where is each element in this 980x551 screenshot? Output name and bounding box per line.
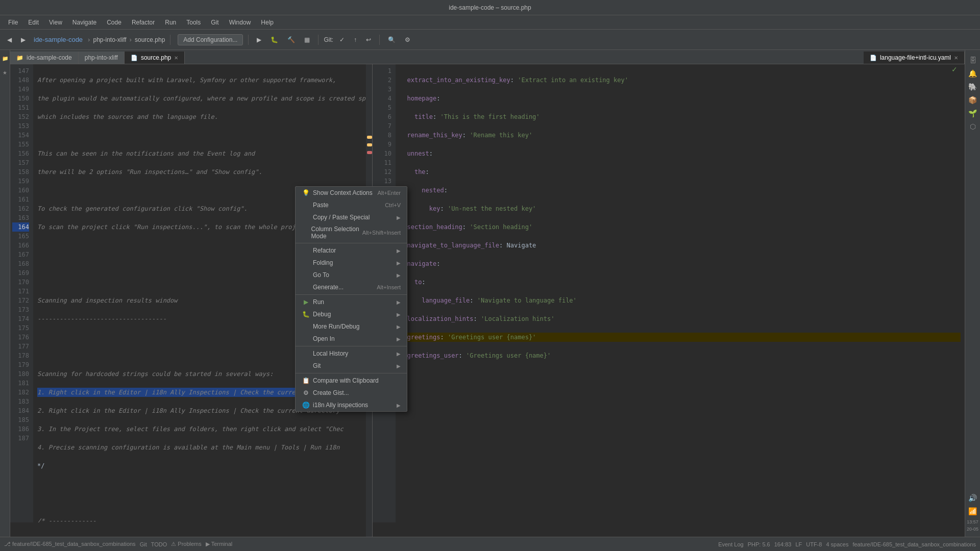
breadcrumb-sourcephp[interactable]: source.php [135,36,165,43]
coverage-btn[interactable]: ▦ [301,35,313,44]
encoding[interactable]: UTF-8 [806,541,822,547]
project-tool-icon[interactable]: 📁 [0,52,11,64]
indentation[interactable]: 4 spaces [826,541,848,547]
ctx-shortcut: Alt+Insert [377,284,401,290]
ctx-create-gist[interactable]: ⚙ Create Gist... [296,387,407,399]
maven-icon[interactable]: 📦 [967,94,979,106]
ctx-i18n-inspections[interactable]: 🌐 i18n Ally inspections ▶ [296,399,407,411]
tab-php-into-xliff[interactable]: php-into-xliff [79,52,125,64]
column-icon [302,229,308,237]
ctx-sep2 [296,294,407,295]
paste-icon [302,201,310,209]
ctx-compare-clipboard[interactable]: 📋 Compare with Clipboard [296,374,407,387]
left-tool-sidebar: 📁 ★ [0,50,10,537]
ctx-label: Local History [313,350,348,357]
tab-source-php[interactable]: 📄 source.php ✕ [125,52,185,64]
ctx-copy-paste-special[interactable]: Copy / Paste Special ▶ [296,211,407,223]
ctx-generate[interactable]: Generate... Alt+Insert [296,281,407,293]
ctx-column-selection[interactable]: Column Selection Mode Alt+Shift+Insert [296,223,407,242]
status-bar: ⎇ feature/IDE-685_test_data_sanbox_combi… [0,537,980,551]
database-icon[interactable]: 🗄 [967,54,979,66]
tab-close-icon[interactable]: ✕ [174,55,178,61]
tab-label: ide-sample-code [27,54,72,61]
tab-label: source.php [141,54,171,61]
toolbar-sep2 [248,35,249,45]
menu-refactor[interactable]: Refactor [128,18,159,27]
ctx-show-context-actions[interactable]: 💡 Show Context Actions Alt+Enter [296,187,407,199]
tab-ide-sample-code[interactable]: 📁 ide-sample-code [10,52,79,64]
menu-run[interactable]: Run [161,18,180,27]
forward-btn[interactable]: ▶ [18,35,29,44]
git-rollback-btn[interactable]: ↩ [363,35,374,44]
yaml-code-content[interactable]: extract_into_an_existing_key: 'Extract i… [396,64,965,522]
menu-navigate[interactable]: Navigate [68,18,101,27]
status-right: Event Log PHP: 5.6 164:83 LF UTF-8 4 spa… [718,541,976,547]
file-ok-indicator: ✓ [951,65,958,73]
debug-btn[interactable]: 🐛 [267,35,281,44]
ctx-local-history[interactable]: Local History ▶ [296,347,407,360]
menu-code[interactable]: Code [103,18,126,27]
bottom-tab-terminal[interactable]: ▶ Terminal [206,541,232,547]
gradle-icon[interactable]: 🐘 [967,81,979,93]
branch-name-bottom[interactable]: feature/IDE-685_test_data_sanbox_combina… [852,541,976,547]
php-version[interactable]: PHP: 5.6 [748,541,770,547]
ctx-more-run-debug[interactable]: More Run/Debug ▶ [296,320,407,333]
right-tool-sidebar: 🗄 🔔 🐘 📦 🌱 ⬡ 🔊 📶 13:5720-05 [965,50,980,537]
menu-edit[interactable]: Edit [24,18,43,27]
favorites-icon[interactable]: ★ [0,66,11,79]
ctx-git[interactable]: Git ▶ [296,360,407,372]
search-everywhere-btn[interactable]: 🔍 [385,35,399,44]
submenu-arrow-icon: ▶ [397,299,401,305]
menu-view[interactable]: View [45,18,66,27]
bottom-tab-git[interactable]: Git [140,541,147,547]
submenu-arrow-icon: ▶ [397,272,401,278]
yaml-code-area[interactable]: 1234 5678 9101112 1314 15 1617 extract_i… [373,64,965,522]
ctx-debug[interactable]: 🐛 Debug ▶ [296,308,407,320]
tab-close-yaml-icon[interactable]: ✕ [954,55,958,61]
git-push-btn[interactable]: ↑ [351,35,360,44]
bottom-tab-problems[interactable]: ⚠ Problems [171,541,202,547]
ctx-run[interactable]: ▶ Run ▶ [296,296,407,308]
build-btn[interactable]: 🔨 [284,35,298,44]
volume-icon[interactable]: 🔊 [967,492,979,504]
menu-tools[interactable]: Tools [182,18,205,27]
run-btn[interactable]: ▶ [254,35,264,44]
ctx-label: Folding [313,259,333,266]
cursor-position[interactable]: 164:83 [774,541,792,547]
menu-file[interactable]: File [4,18,22,27]
ctx-label: Compare with Clipboard [313,377,379,384]
git-menu-icon [302,362,310,370]
notifications-icon[interactable]: 🔔 [967,67,979,80]
event-log-btn[interactable]: Event Log [718,541,744,547]
menu-window[interactable]: Window [225,18,255,27]
submenu-arrow-icon: ▶ [397,324,401,330]
ctx-refactor[interactable]: Refactor ▶ [296,244,407,257]
toolbar-sep3 [318,35,318,45]
ctx-sep4 [296,373,407,373]
ctx-folding[interactable]: Folding ▶ [296,257,407,269]
ctx-label: Generate... [313,284,344,291]
endpoints-icon[interactable]: ⬡ [967,120,979,133]
status-left: ⎇ feature/IDE-685_test_data_sanbox_combi… [4,541,232,547]
settings-btn[interactable]: ⚙ [402,35,413,44]
bottom-tab-todo[interactable]: TODO [151,541,167,547]
git-branch-status[interactable]: ⎇ feature/IDE-685_test_data_sanbox_combi… [4,541,136,547]
i18n-icon: 🌐 [302,401,310,409]
menu-help[interactable]: Help [257,18,278,27]
menu-git[interactable]: Git [207,18,223,27]
ctx-paste[interactable]: Paste Ctrl+V [296,199,407,211]
add-configuration-button[interactable]: Add Configuration... [178,34,243,45]
line-ending[interactable]: LF [795,541,802,547]
generate-icon [302,283,310,291]
ctx-label: Debug [313,311,331,318]
ctx-label: Refactor [313,247,336,254]
ctx-sep1 [296,243,407,243]
breadcrumb-phpintoxliff[interactable]: php-into-xliff [93,36,126,43]
back-btn[interactable]: ◀ [4,35,15,44]
ctx-open-in[interactable]: Open In ▶ [296,333,407,345]
ctx-go-to[interactable]: Go To ▶ [296,269,407,281]
wifi-icon[interactable]: 📶 [967,505,979,517]
spring-icon[interactable]: 🌱 [967,107,979,119]
git-update-btn[interactable]: ✓ [336,35,348,44]
tab-language-file[interactable]: 📄 language-file+intl-icu.yaml ✕ [864,52,965,64]
